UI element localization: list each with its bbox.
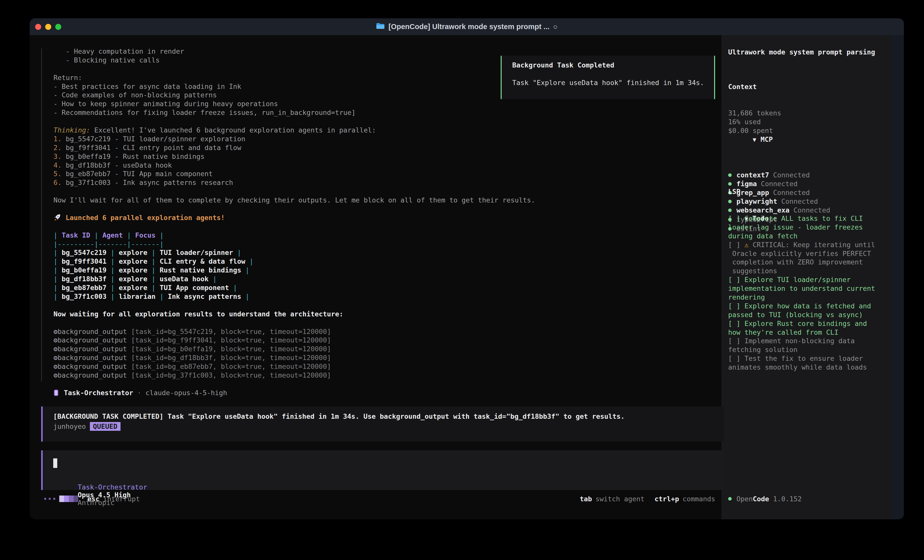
window-title: [OpenCode] Ultrawork mode system prompt …	[388, 22, 549, 31]
todo-item-line: suggestions	[728, 267, 875, 275]
terminal-line: ⚙background_output [task_id=bg_eb87ebb7,…	[54, 362, 535, 371]
todo-item-line: [ ] Complete ALL tasks to fix CLI	[728, 214, 875, 223]
terminal-line: - Code examples of non-blocking patterns	[54, 91, 535, 100]
terminal-line: ⚙background_output [task_id=bg_df18bb3f,…	[54, 353, 535, 362]
terminal-line	[54, 301, 535, 310]
terminal-line	[54, 117, 535, 126]
mcp-header[interactable]: ▼MCP	[728, 126, 830, 153]
title-status-circle-icon: ○	[553, 22, 558, 31]
terminal-line: | bg_5547c219 | explore | TUI loader/spi…	[54, 249, 535, 257]
message-gutter-line	[41, 48, 42, 382]
terminal-line: ⚙background_output [task_id=bg_37f1c003,…	[54, 371, 535, 380]
task-completed-message: [BACKGROUND TASK COMPLETED] Task "Explor…	[53, 412, 625, 420]
spinner-dot-icon	[44, 498, 46, 500]
terminal-line	[54, 319, 535, 328]
terminal-line: 1. bg_5547c219 - TUI loader/spinner expl…	[54, 135, 535, 144]
lsp-header: LSP	[728, 187, 777, 196]
commands-key-hint: ctrl+p	[655, 495, 679, 503]
terminal-line: | bg_37f1c003 | librarian | Ink async pa…	[54, 292, 535, 301]
terminal-line: Launched 6 parallel exploration agents!	[54, 214, 535, 222]
zoom-button[interactable]	[55, 24, 61, 30]
terminal-line: 6. bg_37f1c003 - Ink async patterns rese…	[54, 178, 535, 187]
terminal-line: | bg_df18bb3f | explore | useData hook |	[54, 275, 535, 283]
window-edge	[892, 35, 904, 520]
terminal-line: ⚙background_output [task_id=bg_b0effa19,…	[54, 345, 535, 353]
commands-key-label: commands	[682, 495, 715, 503]
chevron-down-icon: ▼	[753, 136, 756, 143]
folder-icon	[376, 22, 385, 31]
terminal-line: | bg_eb87ebb7 | explore | TUI App compon…	[54, 283, 535, 292]
todo-item-line: Oracle explicitly verifies PERFECT	[728, 249, 875, 258]
todo-item-line: loader lag issue - loader freezes	[728, 223, 875, 232]
terminal-line: - Best practices for async data loading …	[54, 82, 535, 91]
spinner-dot-icon	[53, 498, 55, 500]
todo-item-line: [ ] Test the fix to ensure loader	[728, 354, 875, 363]
todo-list: [ ] Complete ALL tasks to fix CLIloader …	[728, 214, 875, 371]
status-dot-icon	[728, 497, 732, 500]
terminal-window: [OpenCode] Ultrawork mode system prompt …	[30, 18, 904, 520]
terminal-line	[54, 65, 535, 73]
task-user: junhoyeo	[53, 422, 86, 430]
terminal-line: 5. bg_eb87ebb7 - TUI App main component	[54, 169, 535, 178]
terminal-line: | bg_b0effa19 | explore | Rust native bi…	[54, 266, 535, 275]
status-badge: QUEUED	[90, 422, 120, 431]
todo-item-line: [ ] Implement non-blocking data	[728, 337, 875, 345]
todo-item-line: completion with ZERO improvement	[728, 258, 875, 267]
terminal-line: 4. bg_df18bb3f - useData hook	[54, 161, 535, 170]
todo-item-line: rendering	[728, 293, 875, 302]
terminal-line: Thinking: Excellent! I've launched 6 bac…	[54, 126, 535, 135]
task-completed-box: [BACKGROUND TASK COMPLETED] Task "Explor…	[41, 406, 724, 442]
terminal-line: ⚙background_output [task_id=bg_5547c219,…	[54, 328, 535, 336]
terminal-line: | Task ID | Agent | Focus |	[54, 231, 535, 240]
traffic-lights	[35, 24, 61, 30]
todo-item-line: how they're called from CLI	[728, 328, 875, 337]
terminal-line: | bg_f9ff3041 | explore | CLI entry & da…	[54, 257, 535, 266]
todo-item-line: during data fetch	[728, 232, 875, 240]
spinner-gradient-icon	[59, 496, 78, 502]
todo-item-line: [ ] Explore how data is fetched and	[728, 302, 875, 310]
notification-body: Task "Explore useData hook" finished in …	[512, 79, 704, 87]
text-cursor	[53, 458, 57, 468]
terminal-line	[54, 187, 535, 196]
context-header: Context	[728, 82, 781, 91]
todo-item-line: [ ] Explore TUI loader/spinner	[728, 275, 875, 284]
terminal-line: - Blocking native calls	[54, 56, 535, 65]
prompt-input[interactable]: Task-Orchestrator Opus 4.5 High Anthropi…	[41, 450, 724, 490]
todo-item-line: animates smoothly while data loads	[728, 363, 875, 371]
tab-key-hint: tab	[580, 495, 592, 503]
esc-key-label: interrupt	[103, 495, 140, 503]
todo-item-line: passed to TUI (blocking vs async)	[728, 310, 875, 319]
session-title: Ultrawork mode system prompt parsing	[728, 48, 875, 57]
rocket-icon	[54, 214, 62, 221]
terminal-line: - Recommendations for fixing loader free…	[54, 108, 535, 117]
todo-item-line: implementation to understand current	[728, 284, 875, 293]
terminal-line: 2. bg_f9ff3041 - CLI entry point and dat…	[54, 144, 535, 152]
background-task-notification: Background Task Completed Task "Explore …	[501, 56, 715, 99]
minimize-button[interactable]	[45, 24, 51, 30]
terminal-line	[54, 380, 535, 389]
todo-item-line: fetching solution	[728, 345, 875, 354]
terminal-line	[54, 205, 535, 214]
close-button[interactable]	[35, 24, 41, 30]
terminal-line: ⚙background_output [task_id=bg_f9ff3041,…	[54, 336, 535, 345]
terminal-line: - Heavy computation in render	[54, 47, 535, 56]
terminal-line: 3. bg_b0effa19 - Rust native bindings	[54, 152, 535, 161]
terminal-line: |---------|-------|-------|	[54, 240, 535, 249]
status-bar-left: esc interrupt	[44, 494, 140, 503]
terminal-line: - How to keep spinner animating during h…	[54, 100, 535, 108]
notification-title: Background Task Completed	[512, 61, 614, 69]
todo-item-line: [ ] ⚠ CRITICAL: Keep iterating until	[728, 240, 875, 249]
spinner-dot-icon	[49, 498, 51, 500]
terminal-line: Task-Orchestrator · claude-opus-4-5-high	[54, 389, 535, 397]
tab-key-label: switch agent	[596, 495, 645, 503]
status-bar-right: tab switch agent ctrl+p commands	[580, 494, 715, 503]
active-agent-label: Task-Orchestrator	[78, 483, 147, 491]
title-bar: [OpenCode] Ultrawork mode system prompt …	[30, 18, 904, 35]
terminal-line: Return:	[54, 73, 535, 82]
terminal-output: - Heavy computation in render - Blocking…	[54, 47, 535, 397]
terminal-line: Now waiting for all exploration results …	[54, 310, 535, 319]
terminal-line: Now I'll wait for all of them to complet…	[54, 196, 535, 205]
app-version: OpenCode 1.0.152	[728, 494, 802, 503]
esc-key-hint: esc	[87, 495, 100, 503]
agent-icon	[54, 390, 58, 396]
